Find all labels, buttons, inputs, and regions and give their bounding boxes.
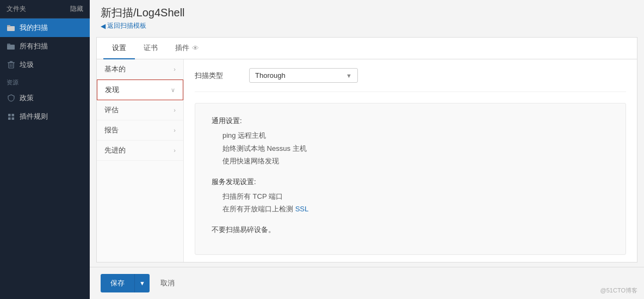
fragile-note-section: 不要扫描易碎设备。 (212, 223, 609, 236)
chevron-down-icon: ∨ (171, 87, 175, 94)
info-item-ssl: 在所有开放端口上检测 SSL (212, 203, 609, 215)
folder-icon (7, 23, 15, 32)
tab-cert[interactable]: 证书 (135, 38, 166, 59)
save-dropdown-button[interactable]: ▼ (134, 274, 150, 292)
sidebar-item-label: 插件规则 (20, 112, 48, 121)
watermark: @51CTO博客 (600, 286, 637, 295)
back-label: 返回扫描模板 (107, 21, 146, 30)
scan-type-dropdown[interactable]: Thorough ▼ (249, 68, 358, 83)
left-nav-label: 评估 (104, 105, 119, 115)
save-button[interactable]: 保存 (101, 274, 134, 292)
inner-layout: 基本的 › 发现 ∨ 评估 › 报告 › 先进的 › (97, 59, 637, 262)
left-nav-item-advanced[interactable]: 先进的 › (97, 141, 183, 161)
left-nav-label: 发现 (105, 85, 119, 95)
sidebar: 文件夹 隐藏 我的扫描 所有扫描 (0, 0, 90, 299)
chevron-right-icon: › (174, 107, 176, 113)
sidebar-item-all-scans[interactable]: 所有扫描 (0, 37, 90, 56)
eye-icon: 👁 (192, 44, 199, 52)
info-item-ping: ping 远程主机 (212, 129, 609, 142)
breadcrumb-back[interactable]: ◀ 返回扫描模板 (101, 21, 633, 30)
sidebar-item-plugin-rules[interactable]: 插件规则 (0, 107, 90, 126)
chevron-right-icon: › (174, 66, 176, 72)
chevron-right-icon: › (174, 147, 176, 154)
svg-rect-0 (7, 26, 15, 31)
left-nav-label: 先进的 (104, 145, 126, 155)
scan-type-label: 扫描类型 (195, 71, 238, 81)
left-nav: 基本的 › 发现 ∨ 评估 › 报告 › 先进的 › (97, 59, 184, 262)
service-settings-title: 服务发现设置: (212, 175, 609, 188)
sidebar-top-bar: 文件夹 隐藏 (0, 0, 90, 19)
sidebar-item-label: 政策 (20, 93, 34, 103)
ssl-link[interactable]: SSL (295, 205, 309, 213)
scan-type-value: Thorough (255, 71, 286, 80)
fragile-note: 不要扫描易碎设备。 (212, 223, 609, 236)
left-nav-item-basic[interactable]: 基本的 › (97, 59, 183, 80)
info-box: 通用设置: ping 远程主机 始终测试本地 Nessus 主机 使用快速网络发… (195, 103, 626, 255)
svg-rect-2 (7, 45, 15, 50)
right-content: 扫描类型 Thorough ▼ 通用设置: ping 远程主机 始终测试本地 N… (184, 59, 637, 262)
general-settings-section: 通用设置: ping 远程主机 始终测试本地 Nessus 主机 使用快速网络发… (212, 114, 609, 168)
left-nav-label: 基本的 (104, 64, 126, 74)
svg-rect-10 (11, 114, 14, 117)
trash-icon (7, 60, 15, 69)
page-header: 新扫描/Log4Shell ◀ 返回扫描模板 (90, 0, 644, 33)
left-nav-label: 报告 (104, 125, 119, 135)
svg-rect-4 (9, 63, 14, 68)
info-item-nessus: 始终测试本地 Nessus 主机 (212, 142, 609, 155)
grid-icon (7, 112, 15, 121)
page-title: 新扫描/Log4Shell (101, 5, 633, 20)
left-nav-item-discovery[interactable]: 发现 ∨ (97, 80, 183, 100)
svg-rect-3 (7, 44, 10, 45)
save-button-group: 保存 ▼ (101, 274, 150, 292)
svg-rect-1 (7, 25, 10, 27)
dropdown-arrow-icon: ▼ (346, 72, 352, 79)
service-settings-section: 服务发现设置: 扫描所有 TCP 端口 在所有开放端口上检测 SSL (212, 175, 609, 216)
content-area: 设置 证书 插件 👁 基本的 › 发现 ∨ (96, 37, 637, 263)
tab-plugins[interactable]: 插件 👁 (166, 38, 208, 59)
sidebar-item-label: 所有扫描 (20, 41, 48, 51)
shield-icon (7, 94, 15, 102)
folder-icon (7, 42, 15, 51)
back-arrow-icon: ◀ (101, 22, 106, 30)
sidebar-item-trash[interactable]: 垃圾 (0, 56, 90, 74)
sidebar-item-my-scans[interactable]: 我的扫描 (0, 19, 90, 37)
svg-rect-11 (8, 117, 11, 120)
svg-rect-12 (11, 117, 14, 120)
sidebar-item-policy[interactable]: 政策 (0, 89, 90, 107)
general-settings-title: 通用设置: (212, 114, 609, 127)
svg-rect-9 (8, 114, 11, 117)
resources-section-header: 资源 (0, 74, 90, 89)
sidebar-item-label: 我的扫描 (20, 23, 48, 33)
footer-actions: 保存 ▼ 取消 (90, 267, 644, 299)
main-content: 新扫描/Log4Shell ◀ 返回扫描模板 设置 证书 插件 👁 (90, 0, 644, 299)
left-nav-item-report[interactable]: 报告 › (97, 120, 183, 141)
info-item-fast-network: 使用快速网络发现 (212, 155, 609, 167)
sidebar-hide-btn[interactable]: 隐藏 (70, 4, 83, 14)
tabs: 设置 证书 插件 👁 (97, 38, 637, 59)
sidebar-item-label: 垃圾 (20, 60, 34, 70)
scan-type-row: 扫描类型 Thorough ▼ (195, 68, 626, 92)
chevron-right-icon: › (174, 127, 176, 133)
sidebar-folder-label: 文件夹 (7, 4, 26, 14)
ssl-prefix: 在所有开放端口上检测 (222, 205, 295, 213)
tab-settings[interactable]: 设置 (103, 38, 135, 59)
left-nav-item-assessment[interactable]: 评估 › (97, 100, 183, 120)
info-item-tcp: 扫描所有 TCP 端口 (212, 190, 609, 203)
cancel-button[interactable]: 取消 (154, 274, 181, 292)
